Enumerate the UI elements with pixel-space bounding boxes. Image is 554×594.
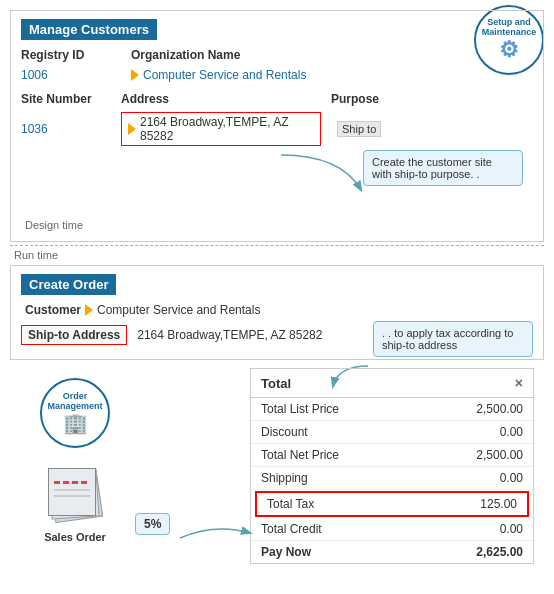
row-label: Total Net Price [261,448,339,462]
order-label: Order [76,531,106,543]
row-value: 2,500.00 [476,448,523,462]
row-label: Shipping [261,471,308,485]
registry-id-header: Registry ID [21,48,111,62]
design-time-label: Design time [21,219,533,231]
row-label: Total Credit [261,522,322,536]
manage-customers-section: Manage Customers Registry ID Organizatio… [10,10,544,242]
column-headers: Registry ID Organization Name [21,48,533,62]
runtime-callout: . . to apply tax according to ship-to ad… [373,321,533,357]
total-row-4: Total Tax125.00 [255,491,529,517]
ship-to-label: Ship-to Address [21,325,127,345]
manage-customers-header: Manage Customers [21,19,157,40]
order-management-circle: Order Management 🏢 [40,378,110,448]
address-value: 2164 Broadway,TEMPE, AZ 85282 [140,115,314,143]
org-name-text[interactable]: Computer Service and Rentals [143,68,306,82]
registry-row: 1006 Computer Service and Rentals [21,68,533,82]
create-order-header: Create Order [21,274,116,295]
divider-line [10,245,544,246]
site-number-value[interactable]: 1036 [21,122,111,136]
address-box: 2164 Broadway,TEMPE, AZ 85282 [121,112,321,146]
address-header: Address [121,92,321,106]
close-button[interactable]: × [515,375,523,391]
ship-to-badge: Ship to [337,121,381,137]
design-callout-text: Create the customer site with ship-to pu… [372,156,492,180]
row-label: Total List Price [261,402,339,416]
row-value: 0.00 [500,471,523,485]
pay-now-row: Pay Now 2,625.00 [251,541,533,563]
total-header: Total × [251,369,533,398]
total-rows: Total List Price2,500.00Discount0.00Tota… [251,398,533,541]
order-management-icon-group: Order Management 🏢 [20,378,130,448]
customer-label: Customer [25,303,81,317]
customer-row: Customer Computer Service and Rentals [21,303,533,317]
runtime-callout-text: . . to apply tax according to ship-to ad… [382,327,513,351]
total-row-5: Total Credit0.00 [251,518,533,541]
order-mgmt-line2: Management [47,401,102,411]
building-icon: 🏢 [63,411,88,435]
site-number-header: Site Number [21,92,111,106]
registry-id-value[interactable]: 1006 [21,68,111,82]
site-column-headers: Site Number Address Purpose [21,92,533,106]
sales-order-icon-group: Sales Order [20,468,130,543]
purpose-header: Purpose [331,92,379,106]
pay-now-value: 2,625.00 [476,545,523,559]
sales-label: Sales [44,531,73,543]
customer-flag-icon [85,304,93,316]
total-section: Total × Total List Price2,500.00Discount… [250,368,534,564]
org-name-value: Computer Service and Rentals [131,68,306,82]
org-name-header: Organization Name [131,48,240,62]
ship-to-address: 2164 Broadway,TEMPE, AZ 85282 [137,328,322,342]
run-time-label: Run time [10,249,544,261]
customer-value: Computer Service and Rentals [97,303,260,317]
total-row-3: Shipping0.00 [251,467,533,490]
tax-arrow-svg [175,523,255,553]
tax-percent-badge: 5% [135,513,170,535]
flag-icon [131,69,139,81]
row-label: Total Tax [267,497,314,511]
total-row-0: Total List Price2,500.00 [251,398,533,421]
row-label: Discount [261,425,308,439]
create-order-section: Create Order Customer Computer Service a… [10,265,544,360]
row-value: 0.00 [500,425,523,439]
total-row-2: Total Net Price2,500.00 [251,444,533,467]
total-title: Total [261,376,291,391]
site-row: 1036 2164 Broadway,TEMPE, AZ 85282 Ship … [21,112,533,146]
row-value: 125.00 [480,497,517,511]
row-value: 2,500.00 [476,402,523,416]
row-value: 0.00 [500,522,523,536]
design-callout: Create the customer site with ship-to pu… [363,150,523,186]
address-flag-icon [128,123,136,135]
order-mgmt-line1: Order [63,391,88,401]
total-row-1: Discount0.00 [251,421,533,444]
pay-now-label: Pay Now [261,545,311,559]
